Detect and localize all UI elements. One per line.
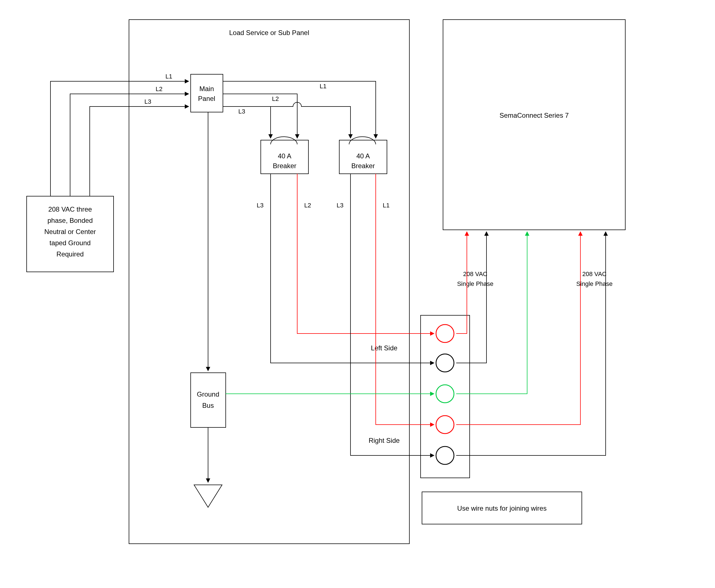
left-side-label: Left Side xyxy=(371,344,397,352)
device-label: SemaConnect Series 7 xyxy=(500,111,569,119)
wire-t2-up xyxy=(456,232,487,363)
ground-bus-l1: Ground xyxy=(197,391,219,398)
terminal-box xyxy=(421,315,470,478)
source-line2: phase, Bonded xyxy=(47,217,93,224)
phase-right-l2: Single Phase xyxy=(576,280,613,287)
wire-b2-l1 xyxy=(376,174,434,425)
source-line1: 208 VAC three xyxy=(48,206,92,213)
main-panel-l2: Panel xyxy=(198,95,215,102)
wire-l3-panel-a xyxy=(223,106,270,138)
breaker-right-box: 40 A Breaker xyxy=(339,137,387,174)
phase-left-l2: Single Phase xyxy=(457,280,493,287)
breaker-right-l1: 40 A xyxy=(356,152,370,160)
wire-b2-l3 xyxy=(350,174,434,456)
panel-box xyxy=(129,20,409,544)
source-line3: Neutral or Center xyxy=(44,228,96,235)
wire-b1-l2 xyxy=(297,174,434,334)
wire-l1-in xyxy=(50,81,188,196)
wire-l3-in xyxy=(90,106,188,196)
device-box xyxy=(443,20,625,230)
svg-marker-3 xyxy=(194,485,222,507)
wire-l1-in-label: L1 xyxy=(165,73,172,80)
terminal-5 xyxy=(436,446,454,464)
wire-l1-panel xyxy=(223,81,376,138)
wire-l2-panel-label: L2 xyxy=(272,95,279,102)
right-side-label: Right Side xyxy=(369,437,400,444)
wire-b1-l2-label: L2 xyxy=(304,202,311,209)
wire-b2-l1-label: L1 xyxy=(383,202,389,209)
wiring-diagram: Load Service or Sub Panel 208 VAC three … xyxy=(0,0,715,588)
ground-bus-box xyxy=(191,373,226,427)
source-line4: taped Ground xyxy=(49,239,91,247)
wire-b2-l3-label: L3 xyxy=(337,202,344,209)
wire-l2-panel xyxy=(223,94,297,138)
note-text: Use wire nuts for joining wires xyxy=(457,504,547,512)
wire-l3-in-label: L3 xyxy=(144,98,151,105)
wire-l3-panel-label: L3 xyxy=(238,108,245,115)
wire-t4-up xyxy=(456,232,580,425)
breaker-left-l2: Breaker xyxy=(273,162,297,170)
wire-l3-panel-b xyxy=(270,102,350,138)
wire-l2-in-label: L2 xyxy=(156,85,162,92)
terminal-3 xyxy=(436,385,454,403)
wire-t5-up xyxy=(456,232,606,456)
main-panel-l1: Main xyxy=(199,85,214,92)
panel-title: Load Service or Sub Panel xyxy=(229,29,309,37)
terminal-4 xyxy=(436,416,454,434)
source-line5: Required xyxy=(56,250,84,258)
ground-symbol-icon xyxy=(194,427,222,507)
terminal-1 xyxy=(436,324,454,342)
phase-right-l1: 208 VAC xyxy=(583,270,607,277)
main-panel-box xyxy=(191,74,223,112)
breaker-right-l2: Breaker xyxy=(351,162,375,170)
breaker-left-l1: 40 A xyxy=(278,152,291,160)
terminal-2 xyxy=(436,354,454,372)
wire-b1-l3-label: L3 xyxy=(257,202,264,209)
ground-bus-l2: Bus xyxy=(202,402,214,409)
wire-l1-panel-label: L1 xyxy=(320,83,326,90)
breaker-left-box: 40 A Breaker xyxy=(261,137,308,174)
